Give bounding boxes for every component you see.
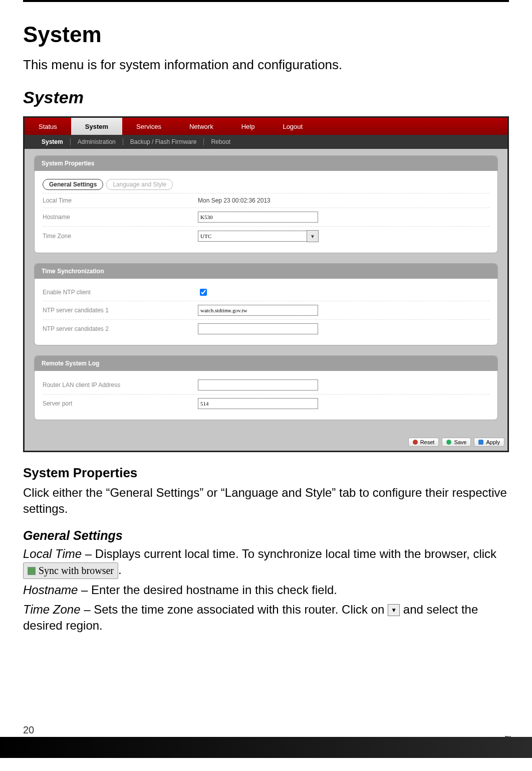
label-hostname: Hostname	[43, 214, 198, 221]
reset-label: Reset	[420, 439, 435, 445]
panel-header: Remote System Log	[35, 356, 497, 371]
panel-system-properties: System Properties General Settings Langu…	[35, 156, 497, 253]
save-label: Save	[454, 439, 466, 445]
save-button[interactable]: Save	[442, 438, 471, 447]
desc-local-time: Local Time – Displays current local time…	[23, 546, 509, 580]
tab-services[interactable]: Services	[122, 118, 175, 135]
label-lan-ip: Router LAN client IP Address	[43, 381, 198, 389]
input-lan-ip[interactable]	[198, 379, 318, 391]
sync-icon	[28, 567, 36, 575]
button-bar: Reset Save Apply	[25, 435, 507, 451]
submenu-system[interactable]: System	[35, 138, 71, 145]
input-server-port[interactable]	[198, 398, 318, 409]
panel-time-sync: Time Synchronization Enable NTP client N…	[35, 264, 497, 345]
dropdown-button-icon[interactable]: ▼	[307, 230, 319, 242]
router-ui-screenshot: Status System Services Network Help Logo…	[23, 116, 509, 452]
panel-header: System Properties	[35, 156, 497, 171]
desc-hostname: Hostname – Enter the desired hostname in…	[23, 582, 509, 598]
page-top-rule	[23, 0, 509, 2]
select-timezone-value[interactable]	[198, 231, 307, 242]
tab-logout[interactable]: Logout	[269, 118, 317, 135]
label-timezone: Time Zone	[43, 233, 198, 240]
submenu-administration[interactable]: Administration	[71, 138, 123, 145]
intro-text: This menu is for system information and …	[23, 56, 509, 74]
label-ntp2: NTP server candidates 2	[43, 325, 198, 332]
input-hostname[interactable]	[198, 212, 318, 223]
footer-stripe	[0, 737, 532, 758]
submenu-reboot[interactable]: Reboot	[204, 138, 237, 145]
value-local-time: Mon Sep 23 00:02:36 2013	[198, 197, 489, 204]
general-settings-heading: General Settings	[23, 528, 509, 543]
input-ntp1[interactable]	[198, 305, 318, 316]
section-heading: System	[23, 88, 509, 107]
tab-system[interactable]: System	[71, 118, 122, 135]
reset-icon	[413, 440, 418, 445]
tab-help[interactable]: Help	[227, 118, 269, 135]
page-title: System	[23, 22, 509, 47]
apply-button[interactable]: Apply	[474, 438, 504, 447]
desc-timezone: Time Zone – Sets the time zone associate…	[23, 602, 509, 634]
desc-click-tabs: Click either the “General Settings” or “…	[23, 485, 509, 517]
pill-language-style[interactable]: Language and Style	[106, 179, 173, 190]
save-icon	[446, 440, 451, 445]
tab-network[interactable]: Network	[175, 118, 227, 135]
pill-general-settings[interactable]: General Settings	[43, 179, 103, 190]
label-local-time: Local Time	[43, 197, 198, 204]
submenu: System Administration Backup / Flash Fir…	[25, 135, 507, 149]
label-server-port: Server port	[43, 400, 198, 407]
apply-icon	[478, 440, 483, 445]
reset-button[interactable]: Reset	[408, 438, 439, 447]
input-ntp2[interactable]	[198, 323, 318, 334]
submenu-backup[interactable]: Backup / Flash Firmware	[123, 138, 204, 145]
inner-tabs: General Settings Language and Style	[43, 179, 489, 190]
dropdown-icon[interactable]: ▼	[388, 604, 400, 616]
sync-with-browser-button[interactable]: Sync with browser	[23, 562, 118, 579]
panel-header: Time Synchronization	[35, 264, 497, 279]
tab-status[interactable]: Status	[25, 118, 71, 135]
top-menubar: Status System Services Network Help Logo…	[25, 118, 507, 135]
apply-label: Apply	[486, 439, 500, 445]
label-ntp1: NTP server candidates 1	[43, 307, 198, 314]
checkbox-enable-ntp[interactable]	[200, 289, 207, 296]
label-enable-ntp: Enable NTP client	[43, 289, 198, 296]
panel-remote-syslog: Remote System Log Router LAN client IP A…	[35, 356, 497, 420]
sync-label: Sync with browser	[39, 564, 114, 577]
subsection-heading: System Properties	[23, 465, 509, 481]
